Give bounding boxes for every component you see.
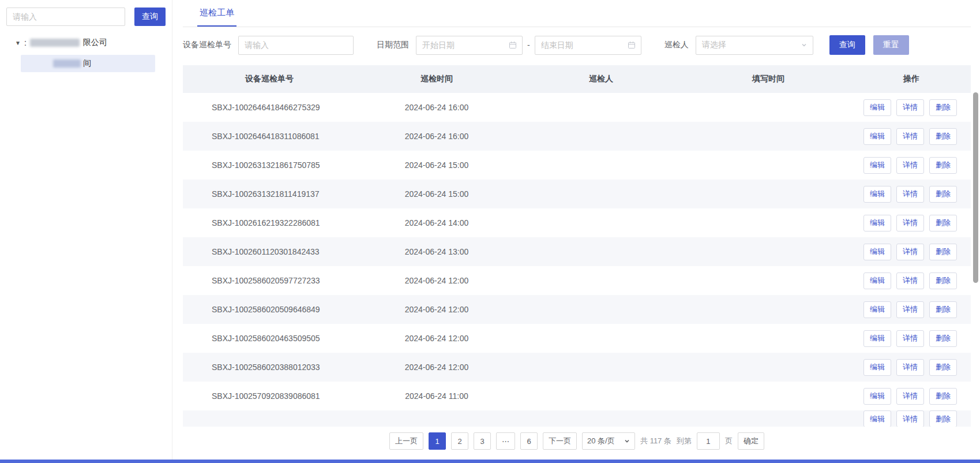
cell-order-no: SBXJ-1002586020388012033 — [183, 363, 356, 372]
detail-button[interactable]: 详情 — [896, 186, 924, 203]
table-row: SBXJ-1002601120301842433 2024-06-24 13:0… — [183, 237, 971, 266]
delete-button[interactable]: 删除 — [929, 128, 957, 145]
edit-button[interactable]: 编辑 — [863, 99, 891, 116]
page-button-6[interactable]: 6 — [520, 432, 538, 450]
delete-button[interactable]: 删除 — [929, 272, 957, 289]
detail-button[interactable]: 详情 — [896, 410, 924, 427]
query-button[interactable]: 查询 — [829, 35, 865, 55]
tree-node-workshop-label: 间 — [83, 58, 91, 69]
table-header: 设备巡检单号 巡检时间 巡检人 填写时间 操作 — [183, 65, 971, 93]
detail-button[interactable]: 详情 — [896, 244, 924, 260]
table-row: SBXJ-1002646418311086081 2024-06-24 16:0… — [183, 122, 971, 151]
tree-expand-caret-down-icon[interactable]: ▼ — [15, 40, 21, 46]
cell-inspect-time: 2024-06-24 12:00 — [356, 334, 517, 343]
edit-button[interactable]: 编辑 — [863, 272, 891, 289]
cell-order-no: SBXJ-1002631321811419137 — [183, 189, 356, 199]
delete-button[interactable]: 删除 — [929, 359, 957, 376]
chevron-down-icon — [801, 42, 807, 48]
edit-button[interactable]: 编辑 — [863, 410, 891, 427]
prev-page-button[interactable]: 上一页 — [389, 432, 423, 450]
goto-confirm-button[interactable]: 确定 — [738, 432, 764, 450]
detail-button[interactable]: 详情 — [896, 359, 924, 376]
page-ellipsis[interactable]: ⋯ — [496, 432, 515, 450]
inspector-select-placeholder: 请选择 — [702, 40, 726, 50]
delete-button[interactable]: 删除 — [929, 301, 957, 318]
table-row: SBXJ-1002586020597727233 2024-06-24 12:0… — [183, 266, 971, 295]
vertical-scrollbar-thumb[interactable] — [973, 92, 978, 283]
cell-inspect-time: 2024-06-24 16:00 — [356, 103, 517, 112]
detail-button[interactable]: 详情 — [896, 157, 924, 174]
cell-order-no: SBXJ-1002646418311086081 — [183, 132, 356, 141]
end-date-field — [535, 36, 641, 55]
delete-button[interactable]: 删除 — [929, 244, 957, 260]
order-no-label: 设备巡检单号 — [183, 40, 231, 50]
date-range-separator: - — [527, 40, 530, 50]
detail-button[interactable]: 详情 — [896, 330, 924, 347]
delete-button[interactable]: 删除 — [929, 186, 957, 203]
delete-button[interactable]: 删除 — [929, 157, 957, 174]
detail-button[interactable]: 详情 — [896, 388, 924, 405]
sidebar-search-button[interactable]: 查询 — [134, 8, 166, 26]
order-no-input[interactable] — [238, 36, 354, 55]
edit-button[interactable]: 编辑 — [863, 215, 891, 231]
tab-inspection-work-order[interactable]: 巡检工单 — [197, 0, 236, 27]
col-header-order-no: 设备巡检单号 — [183, 74, 356, 84]
sidebar-search-input[interactable] — [6, 8, 125, 26]
redacted-workshop-name — [53, 59, 81, 68]
cell-actions: 编辑 详情 删除 — [852, 388, 971, 405]
inspector-select[interactable]: 请选择 — [696, 36, 813, 55]
cell-actions: 编辑 详情 删除 — [852, 157, 971, 174]
tab-bar: 巡检工单 — [183, 0, 971, 27]
table-row: SBXJ-1002586020388012033 2024-06-24 12:0… — [183, 353, 971, 382]
app-window: 查询 ▼ : 限公司 间 巡检工单 设备巡检单号 日期范围 — [0, 0, 980, 463]
horizontal-scrollbar[interactable] — [0, 460, 980, 463]
table-row: SBXJ-1002616219322286081 2024-06-24 14:0… — [183, 208, 971, 237]
cell-actions: 编辑 详情 删除 — [852, 410, 971, 427]
detail-button[interactable]: 详情 — [896, 99, 924, 116]
cell-order-no: SBXJ-1002586020463509505 — [183, 334, 356, 343]
edit-button[interactable]: 编辑 — [863, 128, 891, 145]
page-size-select[interactable]: 20 条/页 — [582, 432, 635, 450]
chevron-down-icon — [624, 438, 630, 444]
page-button-3[interactable]: 3 — [474, 432, 491, 450]
start-date-field — [416, 36, 523, 55]
cell-order-no: SBXJ-1002601120301842433 — [183, 247, 356, 256]
delete-button[interactable]: 删除 — [929, 330, 957, 347]
edit-button[interactable]: 编辑 — [863, 330, 891, 347]
tree-node-workshop-selected[interactable]: 间 — [21, 55, 155, 72]
cell-actions: 编辑 详情 删除 — [852, 359, 971, 376]
start-date-input[interactable] — [416, 36, 523, 55]
page-button-2[interactable]: 2 — [451, 432, 468, 450]
goto-page-input[interactable] — [697, 432, 720, 450]
delete-button[interactable]: 删除 — [929, 99, 957, 116]
edit-button[interactable]: 编辑 — [863, 186, 891, 203]
cell-actions: 编辑 详情 删除 — [852, 272, 971, 289]
tree-node-company[interactable]: ▼ : 限公司 — [0, 35, 172, 50]
end-date-input[interactable] — [535, 36, 641, 55]
edit-button[interactable]: 编辑 — [863, 388, 891, 405]
next-page-button[interactable]: 下一页 — [543, 432, 577, 450]
inspector-label: 巡检人 — [664, 40, 689, 50]
main-panel: 巡检工单 设备巡检单号 日期范围 - — [172, 0, 980, 463]
org-tree: ▼ : 限公司 间 — [0, 35, 172, 72]
cell-actions: 编辑 详情 删除 — [852, 330, 971, 347]
table-row: SBXJ-1002586020463509505 2024-06-24 12:0… — [183, 324, 971, 353]
work-order-table: 设备巡检单号 巡检时间 巡检人 填写时间 操作 SBXJ-10026464184… — [183, 65, 971, 427]
edit-button[interactable]: 编辑 — [863, 301, 891, 318]
cell-order-no: SBXJ-1002570920839086081 — [183, 391, 356, 401]
delete-button[interactable]: 删除 — [929, 215, 957, 231]
goto-page-suffix: 页 — [725, 436, 733, 446]
delete-button[interactable]: 删除 — [929, 388, 957, 405]
cell-actions: 编辑 详情 删除 — [852, 244, 971, 260]
detail-button[interactable]: 详情 — [896, 128, 924, 145]
delete-button[interactable]: 删除 — [929, 410, 957, 427]
detail-button[interactable]: 详情 — [896, 272, 924, 289]
edit-button[interactable]: 编辑 — [863, 157, 891, 174]
edit-button[interactable]: 编辑 — [863, 244, 891, 260]
detail-button[interactable]: 详情 — [896, 301, 924, 318]
cell-actions: 编辑 详情 删除 — [852, 186, 971, 203]
detail-button[interactable]: 详情 — [896, 215, 924, 231]
edit-button[interactable]: 编辑 — [863, 359, 891, 376]
page-button-1[interactable]: 1 — [429, 432, 446, 450]
reset-button[interactable]: 重置 — [873, 35, 909, 55]
